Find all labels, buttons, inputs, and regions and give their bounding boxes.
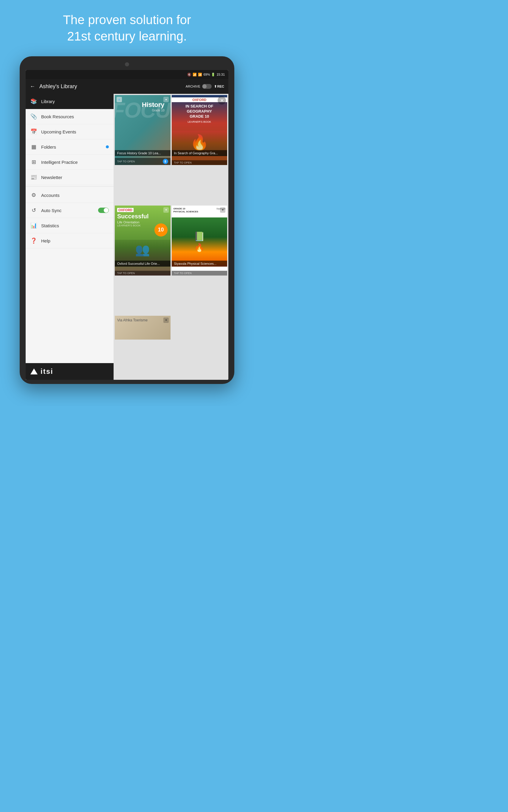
via-title: Via Afrika Toerisme xyxy=(115,316,171,325)
accounts-icon: ⚙ xyxy=(31,192,37,198)
rec-button[interactable]: ⬆ REC xyxy=(214,85,224,89)
statistics-icon: 📊 xyxy=(31,222,37,229)
lo-title-area: Successful Life Orientation LEARNER'S BO… xyxy=(117,213,149,227)
book-tap-bar: TAP TO OPEN xyxy=(115,271,171,276)
oxford-lo-label: OXFORD xyxy=(117,208,134,212)
book-history-title-text: History Grade 10 xyxy=(142,101,165,112)
device-frame: 🔇 📶 📶 69% 🔋 15:31 ← Ashley's Library ARC… xyxy=(0,56,254,384)
empty-slot xyxy=(172,316,227,340)
sidebar-item-newsletter[interactable]: 📰 Newsletter xyxy=(26,170,114,185)
grade-badge: 10 xyxy=(155,224,168,237)
app-bar-controls: ARCHIVE ⬆ REC xyxy=(186,84,224,89)
book-resources-icon: 📎 xyxy=(31,113,37,120)
book-grid: ✕ ✦ S FOCUS History Grade 10 Focus Histo… xyxy=(114,94,228,380)
status-icons: 🔇 📶 📶 69% 🔋 15:31 xyxy=(187,73,225,77)
back-button[interactable]: ← xyxy=(30,83,35,90)
sidebar-item-intelligent-practice[interactable]: ⊞ Intelligent Practice xyxy=(26,155,114,170)
library-icon: 📚 xyxy=(31,98,37,104)
sidebar-item-label: Folders xyxy=(41,144,102,149)
brand-footer: itsi xyxy=(26,363,114,380)
archive-toggle-pill[interactable] xyxy=(202,84,212,89)
book-title-label: Oxford Successful Life Orie... xyxy=(115,260,171,267)
archive-label: ARCHIVE xyxy=(186,85,200,88)
ps-flame-icon: 🔥 xyxy=(194,243,205,252)
sidebar-item-label: Statistics xyxy=(41,223,109,228)
sidebar-item-help[interactable]: ❓ Help xyxy=(26,233,114,248)
hero-section: The proven solution for 21st century lea… xyxy=(0,0,254,53)
history-grade: Grade 10 xyxy=(142,109,165,112)
itsi-logo-icon xyxy=(31,369,38,374)
auto-sync-toggle[interactable] xyxy=(98,208,109,213)
book-tap-bar: TAP TO OPEN xyxy=(172,160,227,165)
ps-grade: GRADE 10PHYSICAL SCIENCES xyxy=(173,207,198,213)
app-title: Ashley's Library xyxy=(39,83,181,90)
book-card-life-orientation[interactable]: ✦ OXFORD Successful Life Orientation LEA… xyxy=(115,205,171,276)
upcoming-events-icon: 📅 xyxy=(31,128,37,135)
device-camera xyxy=(125,62,129,66)
battery-icon: 🔋 xyxy=(211,73,215,77)
sidebar-item-folders[interactable]: ▦ Folders xyxy=(26,139,114,155)
signal-icon: 📶 xyxy=(198,73,202,77)
book-card-history[interactable]: ✦ S FOCUS History Grade 10 Focus History… xyxy=(115,95,171,165)
rec-arrow-icon: ⬆ xyxy=(214,85,217,89)
sidebar-item-upcoming-events[interactable]: 📅 Upcoming Events xyxy=(26,124,114,139)
brand-name: itsi xyxy=(41,367,53,376)
book-title-label: Focus History Grade 10 Lea... xyxy=(115,150,171,156)
content-area: 📚 Library 📎 Book Resources 📅 Upcoming Ev… xyxy=(26,94,228,380)
screen: 🔇 📶 📶 69% 🔋 15:31 ← Ashley's Library ARC… xyxy=(26,70,228,380)
hero-line1: The proven solution for xyxy=(63,13,191,27)
brand-content: itsi xyxy=(31,367,109,376)
app-bar: ← Ashley's Library ARCHIVE ⬆ REC xyxy=(26,79,228,94)
book-card-via-afrika[interactable]: ✦ Via Afrika Toerisme xyxy=(115,316,171,340)
book-tap-bar: TAP TO OPEN xyxy=(172,271,227,276)
navigation-drawer: 📚 Library 📎 Book Resources 📅 Upcoming Ev… xyxy=(26,94,114,380)
lo-type: LEARNER'S BOOK xyxy=(117,224,149,227)
sidebar-item-label: Library xyxy=(41,99,109,104)
book-title-label: In Search of Geography Gra... xyxy=(172,150,227,156)
sidebar-item-auto-sync[interactable]: ↺ Auto Sync xyxy=(26,203,114,218)
geo-fire-icon: 🔥 xyxy=(172,131,227,151)
auto-sync-icon: ↺ xyxy=(31,207,37,213)
archive-toggle[interactable]: ARCHIVE xyxy=(186,84,212,89)
clock: 15:31 xyxy=(216,73,225,76)
status-bar: 🔇 📶 📶 69% 🔋 15:31 xyxy=(26,70,228,79)
close-button[interactable]: ✕ xyxy=(218,96,226,104)
book-title-label: Siyavula Physical Sciences... xyxy=(172,260,227,267)
mute-icon: 🔇 xyxy=(187,73,192,77)
tablet-device: 🔇 📶 📶 69% 🔋 15:31 ← Ashley's Library ARC… xyxy=(20,56,234,384)
newsletter-icon: 📰 xyxy=(31,174,37,181)
lo-title: Successful xyxy=(117,213,149,220)
sidebar-item-library[interactable]: 📚 Library xyxy=(26,94,114,109)
tap-label: TAP TO OPEN xyxy=(174,161,192,164)
lo-people-icon: 👥 xyxy=(115,240,171,257)
lo-subject: Life Orientation xyxy=(117,221,149,224)
tap-label: TAP TO OPEN xyxy=(174,272,192,275)
sidebar-item-label: Auto Sync xyxy=(41,208,94,213)
book-card-geography[interactable]: ⊞ OXFORD IN SEARCH OFGEOGRAPHYGRADE 10LE… xyxy=(172,95,227,165)
book-corner-icon: ✦ xyxy=(163,318,169,323)
book-corner-icon: ✦ xyxy=(163,207,169,213)
help-icon: ❓ xyxy=(31,237,37,244)
geo-book-title: IN SEARCH OFGEOGRAPHYGRADE 10LEARNER'S B… xyxy=(172,104,227,124)
ps-cover-image: 📗 🔥 xyxy=(172,218,227,267)
book-card-physical-sciences[interactable]: ✦ GRADE 10PHYSICAL SCIENCES Siyavula 📗 🔥… xyxy=(172,205,227,276)
sidebar-item-label: Intelligent Practice xyxy=(41,160,109,165)
sidebar-item-statistics[interactable]: 📊 Statistics xyxy=(26,218,114,233)
sidebar-item-label: Accounts xyxy=(41,193,109,198)
sidebar-item-label: Help xyxy=(41,238,109,243)
drawer-divider xyxy=(26,186,114,187)
intelligent-practice-icon: ⊞ xyxy=(31,159,37,165)
tap-label: TAP TO OPEN xyxy=(117,272,135,275)
sidebar-item-book-resources[interactable]: 📎 Book Resources xyxy=(26,109,114,124)
sidebar-item-label: Book Resources xyxy=(41,114,109,119)
ps-book-icon: 📗 xyxy=(194,231,205,242)
sidebar-item-accounts[interactable]: ⚙ Accounts xyxy=(26,188,114,203)
ps-publisher: Siyavula xyxy=(216,207,225,210)
sidebar-item-label: Upcoming Events xyxy=(41,129,109,134)
folders-icon: ▦ xyxy=(31,144,37,150)
sidebar-item-label: Newsletter xyxy=(41,175,109,180)
wifi-icon: 📶 xyxy=(193,73,197,77)
book-tap-bar: TAP TO OPEN 8 xyxy=(115,158,171,165)
folders-badge xyxy=(106,145,109,148)
ps-header: GRADE 10PHYSICAL SCIENCES Siyavula xyxy=(173,207,226,213)
